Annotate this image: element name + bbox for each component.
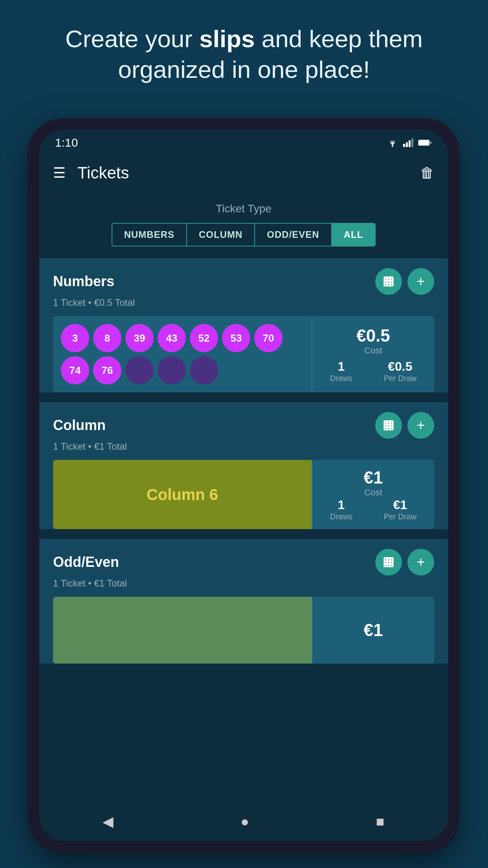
odd-even-ticket-left — [53, 597, 312, 664]
numbers-per-draw-item: €0.5 Per Draw — [384, 359, 416, 383]
tab-odd-even[interactable]: ODD/EVEN — [255, 223, 332, 246]
svg-rect-6 — [418, 140, 429, 145]
column-draws-label: Draws — [330, 512, 352, 521]
odd-even-title: Odd/Even — [53, 554, 119, 570]
ball-74: 74 — [61, 356, 89, 384]
dice-icon — [382, 275, 395, 288]
numbers-per-draw-label: Per Draw — [384, 374, 416, 383]
column-actions: + — [375, 412, 434, 439]
ticket-type-label: Ticket Type — [39, 191, 448, 223]
column-cost-amount: €1 — [364, 468, 383, 487]
svg-rect-1 — [403, 144, 405, 147]
odd-even-actions: + — [375, 549, 434, 576]
odd-even-add-btn[interactable]: + — [407, 549, 434, 576]
bottom-nav: ◀ ● ■ — [39, 802, 448, 841]
tab-numbers[interactable]: NUMBERS — [112, 223, 187, 246]
trash-icon[interactable]: 🗑 — [420, 165, 434, 181]
hero-text: Create your slips and keep them organize… — [0, 0, 488, 104]
column-draws-item: 1 Draws — [330, 498, 352, 521]
column-draws-row: 1 Draws €1 Per Draw — [320, 498, 426, 521]
hero-text-part1: Create your — [65, 25, 199, 52]
numbers-cost-label: Cost — [356, 346, 390, 356]
status-bar: 1:10 — [39, 130, 448, 155]
ball-empty-3 — [190, 356, 218, 384]
ball-empty-1 — [125, 356, 154, 384]
numbers-actions: + — [375, 268, 434, 295]
column-cost-group: €1 Cost — [364, 468, 383, 498]
numbers-cost-group: €0.5 Cost — [356, 326, 390, 356]
phone-screen: 1:10 — [39, 130, 448, 841]
recents-btn[interactable]: ■ — [376, 813, 385, 830]
numbers-draws-label: Draws — [330, 374, 352, 383]
back-btn[interactable]: ◀ — [103, 813, 114, 830]
wifi-icon — [387, 138, 398, 147]
numbers-cost-amount: €0.5 — [356, 326, 390, 346]
numbers-ticket-right: €0.5 Cost 1 Draws €0.5 Per Draw — [312, 316, 434, 392]
column-title-group: Column — [53, 417, 106, 434]
ball-76: 76 — [93, 356, 121, 384]
numbers-ticket-card: 3 8 39 43 52 53 70 74 76 — [53, 316, 434, 392]
odd-even-random-btn[interactable] — [375, 549, 402, 576]
numbers-section: Numbers + 1 Ticket • €0.5 Total — [39, 258, 448, 392]
odd-even-plus-icon: + — [416, 554, 425, 570]
tab-row: NUMBERS COLUMN ODD/EVEN ALL — [39, 223, 448, 258]
column-add-btn[interactable]: + — [407, 412, 434, 439]
numbers-title-group: Numbers — [53, 273, 114, 290]
numbers-subtitle: 1 Ticket • €0.5 Total — [53, 297, 434, 308]
ball-53: 53 — [222, 324, 250, 352]
ball-52: 52 — [190, 324, 218, 352]
menu-icon[interactable]: ☰ — [53, 165, 66, 181]
numbers-title: Numbers — [53, 273, 114, 290]
numbers-draws-value: 1 — [330, 359, 352, 374]
main-content: Ticket Type NUMBERS COLUMN ODD/EVEN ALL … — [39, 191, 448, 802]
column-per-draw-value: €1 — [384, 498, 416, 512]
home-btn[interactable]: ● — [240, 813, 249, 830]
odd-even-section-header: Odd/Even + — [53, 549, 434, 576]
column-cost-label: Cost — [364, 487, 383, 498]
page-title: Tickets — [77, 164, 420, 182]
svg-rect-3 — [409, 140, 411, 147]
ball-8: 8 — [93, 324, 121, 352]
tab-all[interactable]: ALL — [332, 223, 376, 246]
signal-icon — [403, 138, 413, 147]
column-per-draw-item: €1 Per Draw — [384, 498, 416, 521]
column-ticket-right: €1 Cost 1 Draws €1 Per Draw — [312, 460, 434, 529]
odd-even-cost-group: €1 — [364, 620, 383, 640]
svg-rect-7 — [430, 142, 431, 144]
ball-3: 3 — [61, 324, 89, 352]
column-per-draw-label: Per Draw — [384, 512, 416, 521]
ball-empty-2 — [158, 356, 186, 384]
top-bar: ☰ Tickets 🗑 — [39, 155, 448, 191]
column-draws-value: 1 — [330, 498, 352, 512]
numbers-ticket-left: 3 8 39 43 52 53 70 74 76 — [53, 316, 312, 392]
svg-point-0 — [392, 145, 393, 147]
odd-even-section: Odd/Even + 1 Ticket • €1 Total — [39, 539, 448, 664]
odd-even-cost-amount: €1 — [364, 620, 383, 640]
status-icons — [387, 138, 432, 147]
numbers-random-btn[interactable] — [375, 268, 402, 295]
odd-even-subtitle: 1 Ticket • €1 Total — [53, 578, 434, 589]
ball-70: 70 — [254, 324, 283, 352]
numbers-add-btn[interactable]: + — [407, 268, 434, 295]
column-section: Column + 1 Ticket • €1 Total — [39, 402, 448, 529]
column-section-header: Column + — [53, 412, 434, 439]
odd-even-title-group: Odd/Even — [53, 554, 119, 570]
phone-frame: 1:10 — [28, 118, 460, 853]
numbers-per-draw-value: €0.5 — [384, 359, 416, 374]
status-time: 1:10 — [55, 136, 78, 149]
plus-icon: + — [416, 273, 425, 290]
column-random-btn[interactable] — [375, 412, 402, 439]
svg-rect-2 — [406, 142, 408, 147]
battery-icon — [418, 139, 432, 147]
odd-even-dice-icon — [382, 555, 395, 569]
odd-even-ticket-right: €1 — [312, 597, 434, 664]
svg-rect-4 — [411, 138, 413, 147]
numbers-draws-row: 1 Draws €0.5 Per Draw — [320, 359, 426, 383]
tab-column[interactable]: COLUMN — [187, 223, 255, 246]
column-name: Column 6 — [147, 486, 218, 504]
column-dice-icon — [382, 419, 395, 432]
column-title: Column — [53, 417, 106, 434]
odd-even-ticket-card: €1 — [53, 597, 434, 664]
ball-39: 39 — [125, 324, 154, 352]
hero-text-bold: slips — [199, 25, 255, 52]
